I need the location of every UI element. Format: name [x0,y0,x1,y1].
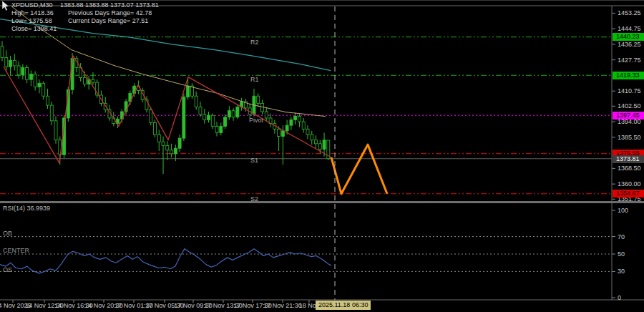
candle-body [170,150,173,154]
candle-body [224,117,227,127]
candle-body [228,111,230,117]
candle-body [211,115,214,126]
candle-body [208,115,210,120]
pivot-label-r2: R2 [250,39,259,46]
candle-body [9,60,12,67]
candle-body [34,74,36,87]
rsi-ob-label: OB [3,230,12,237]
candle-body [5,57,8,67]
y-axis-tick-label: 1360.00 [618,180,641,187]
candle-body [174,148,177,154]
rsi-os-label: OS [3,266,12,273]
candle-body [203,114,206,120]
candle-body [29,74,32,80]
candle-body [323,140,326,150]
axis-badge-bid: 1373.81 [613,155,644,163]
pivot-label-s1: S1 [250,157,258,164]
candle-body [281,131,284,137]
candle-body [150,109,152,122]
candle-body [298,116,301,122]
rsi-axis-tick-label: 30 [618,268,625,275]
candle-body [166,145,169,150]
crosshair-time-badge: 2025.11.18 06:30 [316,301,371,310]
rsi-axis-tick-label: 50 [618,250,625,258]
candle-body [257,96,260,103]
candle-body [311,135,313,140]
candle-body [318,144,321,150]
y-axis-tick-label: 1410.75 [618,87,641,94]
y-axis-tick-label: 1427.75 [618,57,641,64]
candle-body [215,126,218,132]
candle-body [50,105,53,121]
candle-body [153,122,156,135]
axis-badge-r1: 1419.33 [613,72,644,79]
candle-body [54,121,57,140]
pivot-label-pivot: Pivot [249,117,263,124]
candle-body [92,79,94,82]
pivot-label-s2: S2 [250,195,258,203]
candle-body [21,68,24,75]
candle-body [46,96,49,105]
candle-body [294,116,297,120]
candle-body [162,142,165,145]
mt4-chart-window: 1453.251444.751436.251427.751410.751402.… [0,0,644,312]
candle-body [261,103,264,112]
panel-divider [0,201,644,203]
candle-body [1,47,4,57]
candle-body [13,60,16,66]
rsi-center-label: CENTER [3,247,29,254]
y-axis-tick-label: 1368.50 [618,165,641,172]
candle-body [17,66,20,75]
candle-body [236,107,239,117]
candle-body [315,140,318,144]
axis-badge-r2: 1440.23 [613,33,644,41]
ma-tan-line [11,6,326,117]
candle-body [286,125,288,131]
candle-body [38,83,41,87]
candle-body [26,68,29,80]
candle-body [265,112,268,118]
y-axis-tick-label: 1436.25 [618,41,641,48]
candle-body [232,111,235,117]
candle-body [290,120,293,126]
candle-body [187,86,190,97]
y-axis-tick-label: 1402.50 [618,102,641,109]
candle-body [157,135,160,142]
axis-badge-s2: 1354.67 [613,190,644,198]
candle-body [220,126,223,132]
candle-body [195,96,197,107]
candle-body [42,83,45,96]
rsi-axis-tick-label: 70 [618,233,625,240]
candle-body [302,122,305,129]
candle-body [182,97,185,139]
rsi-axis-tick-label: 0 [618,294,621,301]
candle-body [278,129,280,136]
candle-body [306,129,309,135]
ma-cyan-line [0,19,331,71]
y-axis-tick-label: 1385.50 [618,134,641,141]
candle-body [199,107,202,114]
candle-body [178,138,181,148]
pivot-label-r1: R1 [250,76,259,83]
candle-body [83,78,86,84]
cursor-icon [1,0,11,11]
y-axis-tick-label: 1453.25 [618,9,641,16]
x-axis-label: 17 Nov 21:30 [263,302,302,309]
axis-badge-pivot: 1397.45 [613,112,644,120]
rsi-indicator-label: RSI(14) 36.9939 [3,205,50,212]
zigzag-orange-line [331,145,387,194]
rsi-axis-tick-label: 100 [618,207,628,214]
chart-canvas[interactable]: 1453.251444.751436.251427.751410.751402.… [0,0,644,312]
rsi-line [0,249,331,273]
y-axis-tick-label: 1444.75 [618,25,641,32]
